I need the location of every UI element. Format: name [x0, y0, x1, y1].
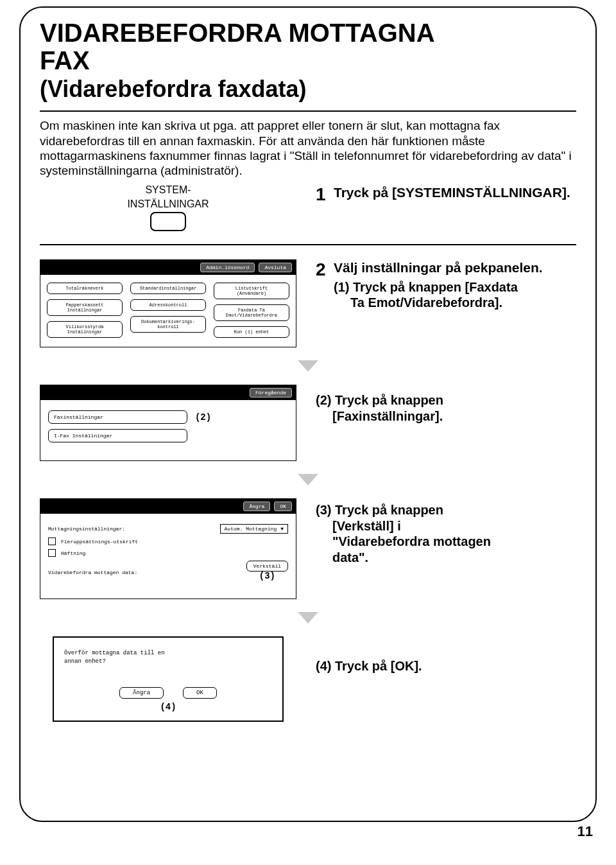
step-4-row: Överför mottagna data till en annan enhe… [40, 636, 576, 721]
arrow-down-icon [298, 474, 318, 485]
step-1-illustration: SYSTEM- INSTÄLLNINGAR [40, 184, 296, 231]
control-unit-button[interactable]: Kon (1) enhet [214, 326, 289, 338]
ifax-settings-button[interactable]: I-Fax Inställningar [48, 429, 187, 442]
panel-1-titlebar: Admin.lösenord Avsluta [40, 260, 296, 275]
marker-3: (3) [246, 570, 288, 582]
step-2-sub1: (1) Tryck på knappen [Faxdata [334, 279, 543, 295]
settings-panel-2: Föregående Faxinställningar (2) I-Fax In… [40, 385, 296, 461]
arrow-down-icon [298, 612, 318, 624]
fax-settings-button[interactable]: Faxinställningar [48, 410, 187, 424]
paper-tray-button[interactable]: Papperskassett Inställningar [47, 299, 123, 316]
step-1-row: SYSTEM- INSTÄLLNINGAR 1 Tryck på [SYSTEM… [40, 184, 576, 231]
content-frame: VIDAREBEFORDRA MOTTAGNA FAX (Vidarebefor… [19, 6, 597, 822]
panel-3-wrap: Ångra OK Mottagningsinställningar: Autom… [40, 498, 296, 599]
address-control-button[interactable]: Adresskontroll [130, 299, 206, 311]
conditional-settings-button[interactable]: Villkorsstyrda Inställningar [47, 321, 123, 338]
step-2-row: Admin.lösenord Avsluta Totalräkneverk Pa… [40, 259, 576, 347]
step-4-sub: (4) Tryck på [OK]. [316, 658, 576, 674]
cancel-button[interactable]: Ångra [243, 502, 270, 511]
arrow-down-icon [298, 360, 318, 372]
list-print-button[interactable]: Listutskrift (Användare) [214, 283, 289, 299]
page: VIDAREBEFORDRA MOTTAGNA FAX (Vidarebefor… [0, 0, 616, 865]
panel-2-wrap: Föregående Faxinställningar (2) I-Fax In… [40, 385, 296, 461]
system-settings-button[interactable] [150, 212, 186, 231]
step-3-sub4: data". [332, 550, 576, 565]
step-2b-sub2: [Faxinställningar]. [332, 408, 576, 424]
staple-label: Häftning [61, 550, 85, 556]
execute-button[interactable]: Verkställ [246, 561, 288, 572]
back-button[interactable]: Föregående [250, 388, 292, 398]
step-3-row: Ångra OK Mottagningsinställningar: Autom… [40, 498, 576, 599]
system-button-label-2: INSTÄLLNINGAR [127, 198, 209, 210]
divider [40, 244, 576, 245]
marker-2: (2) [193, 412, 214, 423]
reception-mode-dropdown[interactable]: Autom. Mottagning ▼ [220, 524, 288, 534]
divider [40, 110, 576, 112]
dialog-cancel-button[interactable]: Ångra [119, 687, 164, 699]
faxdata-receive-forward-button[interactable]: Faxdata Ta Emot/Vidarebefordra [214, 304, 289, 321]
marker-4: (4) [157, 701, 178, 713]
step-3-sub3: "Vidarebefordra mottagen [332, 534, 576, 549]
chevron-down-icon: ▼ [280, 526, 284, 532]
panel-2-titlebar: Föregående [40, 385, 296, 400]
system-button-label-1: SYSTEM- [127, 184, 209, 196]
step-3-sub2: [Verkställ] i [332, 518, 576, 534]
forward-data-label: Vidarebefordra mottagen data: [48, 570, 137, 575]
page-subtitle: (Vidarebefordra faxdata) [40, 76, 576, 103]
page-title-line1: VIDAREBEFORDRA MOTTAGNA [40, 19, 576, 47]
settings-panel-1: Admin.lösenord Avsluta Totalräkneverk Pa… [40, 259, 296, 347]
intro-paragraph: Om maskinen inte kan skriva ut pga. att … [40, 118, 576, 178]
confirm-dialog: Överför mottagna data till en annan enhe… [53, 636, 284, 721]
reception-settings-label: Mottagningsinställningar: [48, 526, 125, 532]
step-1-number: 1 [316, 184, 334, 205]
dialog-ok-button[interactable]: OK [183, 687, 217, 699]
panel-1-wrap: Admin.lösenord Avsluta Totalräkneverk Pa… [40, 259, 296, 347]
step-2: 2 Välj inställningar på pekpanelen. (1) … [316, 259, 543, 310]
exit-button[interactable]: Avsluta [259, 263, 292, 272]
system-button-wrap: SYSTEM- INSTÄLLNINGAR [127, 184, 209, 231]
dialog-message: Överför mottagna data till en annan enhe… [64, 649, 272, 665]
step-3-sub1: (3) Tryck på knappen [316, 502, 576, 518]
staple-checkbox[interactable] [48, 549, 56, 557]
default-settings-button[interactable]: Standardinställningar [130, 283, 206, 294]
dialog-wrap: Överför mottagna data till en annan enhe… [40, 636, 296, 721]
step-2-sub2: Ta Emot/Vidarebefordra]. [350, 295, 543, 310]
admin-password-button[interactable]: Admin.lösenord [200, 263, 255, 272]
step-2-title: Välj inställningar på pekpanelen. [334, 259, 543, 276]
ok-button[interactable]: OK [274, 502, 292, 511]
doc-archive-button[interactable]: Dokumentarkiverings- kontroll [130, 316, 206, 333]
step-2b-sub1: (2) Tryck på knappen [316, 392, 576, 408]
multi-print-label: Fleruppsättnings-utskrift [61, 539, 138, 545]
panel-3-titlebar: Ångra OK [40, 499, 296, 514]
total-counter-button[interactable]: Totalräkneverk [47, 283, 123, 294]
page-title-line2: FAX [40, 47, 576, 74]
step-2b-row: Föregående Faxinställningar (2) I-Fax In… [40, 385, 576, 461]
multi-print-checkbox[interactable] [48, 537, 56, 545]
step-1-title: Tryck på [SYSTEMINSTÄLLNINGAR]. [334, 184, 570, 201]
page-number: 11 [19, 823, 597, 840]
step-1: 1 Tryck på [SYSTEMINSTÄLLNINGAR]. [316, 184, 570, 205]
settings-panel-3: Ångra OK Mottagningsinställningar: Autom… [40, 498, 296, 599]
step-2-number: 2 [316, 259, 334, 310]
